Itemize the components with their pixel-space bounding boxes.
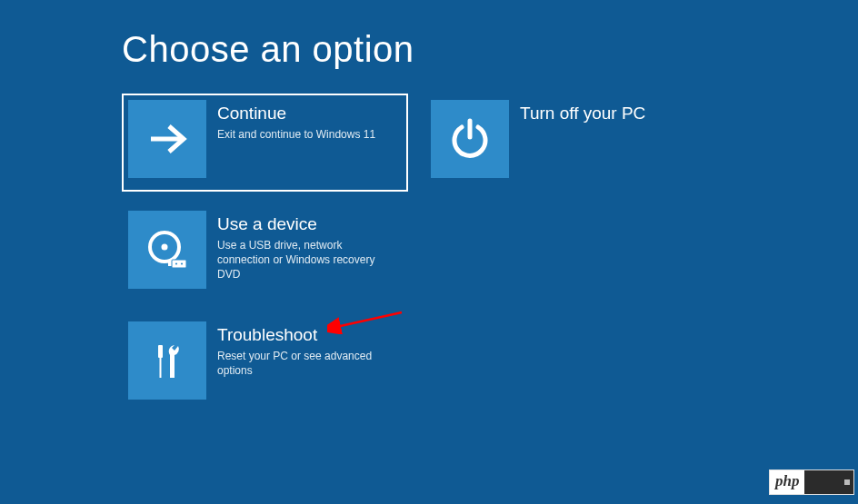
- options-grid: Continue Exit and continue to Windows 11…: [122, 94, 858, 426]
- svg-rect-4: [172, 260, 186, 268]
- option-device-title: Use a device: [217, 214, 396, 235]
- power-icon: [431, 100, 509, 178]
- disc-usb-icon: [128, 211, 206, 289]
- page-title: Choose an option: [122, 29, 858, 70]
- option-continue[interactable]: Continue Exit and continue to Windows 11: [122, 94, 408, 192]
- option-poweroff[interactable]: Turn off your PC: [424, 94, 711, 192]
- option-device-desc: Use a USB drive, network connection or W…: [217, 238, 396, 282]
- option-continue-title: Continue: [217, 104, 396, 124]
- option-troubleshoot-title: Troubleshoot: [217, 325, 396, 346]
- arrow-right-icon: [128, 100, 206, 178]
- option-troubleshoot-desc: Reset your PC or see advanced options: [217, 349, 396, 378]
- watermark: php: [769, 469, 854, 495]
- option-continue-desc: Exit and continue to Windows 11: [217, 127, 396, 142]
- svg-rect-9: [158, 345, 163, 358]
- svg-point-8: [181, 262, 183, 264]
- watermark-text: php: [770, 472, 804, 492]
- option-device[interactable]: Use a device Use a USB drive, network co…: [122, 204, 408, 302]
- option-poweroff-title: Turn off your PC: [520, 104, 699, 124]
- svg-point-3: [162, 244, 168, 251]
- svg-rect-10: [160, 358, 162, 378]
- tools-icon: [128, 321, 206, 400]
- option-troubleshoot[interactable]: Troubleshoot Reset your PC or see advanc…: [122, 315, 408, 413]
- svg-point-7: [175, 262, 177, 264]
